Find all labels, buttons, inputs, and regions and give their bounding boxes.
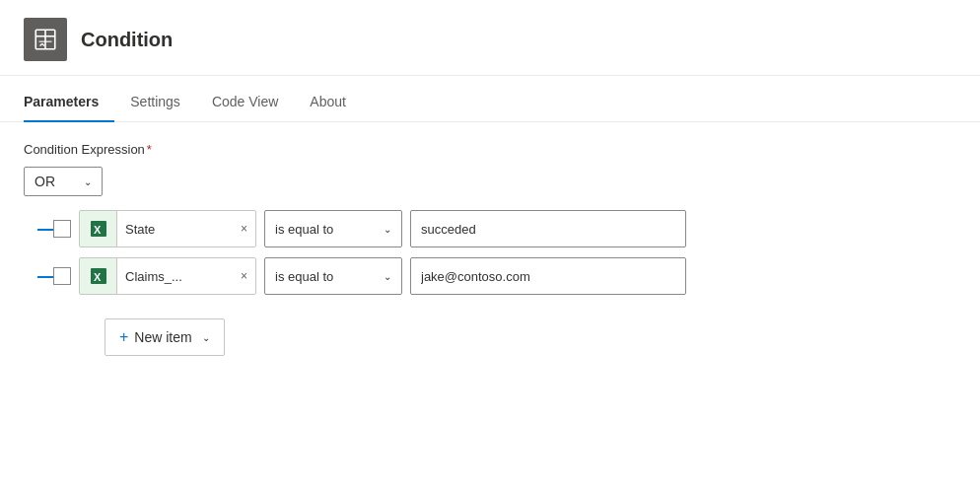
connector-h-line-1 <box>37 229 53 231</box>
svg-line-5 <box>42 43 44 45</box>
svg-text:X: X <box>94 224 102 236</box>
header: Condition <box>0 0 980 76</box>
row2-remove-icon[interactable]: × <box>233 269 255 283</box>
row2-operator-label: is equal to <box>275 269 333 284</box>
condition-row-1: X State × is equal to ⌄ <box>53 210 956 247</box>
row2-value-input[interactable] <box>410 257 686 295</box>
required-marker: * <box>147 142 152 157</box>
row2-token[interactable]: X Claims_... × <box>79 257 256 295</box>
row2-checkbox[interactable] <box>53 267 71 285</box>
plus-icon: + <box>119 328 128 346</box>
tab-about[interactable]: About <box>294 80 362 121</box>
new-item-area: + New item ⌄ <box>105 318 956 356</box>
row2-excel-icon: X <box>80 257 117 295</box>
tab-code-view[interactable]: Code View <box>196 80 294 121</box>
tab-parameters[interactable]: Parameters <box>24 80 114 121</box>
condition-icon <box>24 18 67 61</box>
row1-token-text: State <box>117 222 233 237</box>
row1-checkbox[interactable] <box>53 220 71 238</box>
tab-settings[interactable]: Settings <box>114 80 196 121</box>
row1-operator-dropdown[interactable]: is equal to ⌄ <box>264 210 402 247</box>
condition-rows: X State × is equal to ⌄ <box>53 210 956 356</box>
row2-operator-dropdown[interactable]: is equal to ⌄ <box>264 257 402 295</box>
new-item-button[interactable]: + New item ⌄ <box>105 318 225 356</box>
row1-value-input[interactable] <box>410 210 686 247</box>
row1-excel-icon: X <box>80 210 117 247</box>
row1-token[interactable]: X State × <box>79 210 256 247</box>
or-label: OR <box>35 174 55 189</box>
connector-h-line-2 <box>37 276 53 278</box>
tabs-nav: Parameters Settings Code View About <box>0 80 980 122</box>
page-title: Condition <box>81 29 173 51</box>
svg-text:X: X <box>94 271 102 283</box>
main-content: Condition Expression* OR ⌄ X <box>0 122 980 376</box>
condition-row-2: X Claims_... × is equal to ⌄ <box>53 257 956 295</box>
row1-operator-chevron-icon: ⌄ <box>384 224 391 235</box>
or-dropdown[interactable]: OR ⌄ <box>24 167 103 196</box>
or-chevron-icon: ⌄ <box>84 176 92 187</box>
row2-token-text: Claims_... <box>117 269 233 284</box>
new-item-chevron-icon: ⌄ <box>202 332 210 343</box>
row1-remove-icon[interactable]: × <box>233 222 255 236</box>
condition-expression-label: Condition Expression* <box>24 142 956 157</box>
row2-operator-chevron-icon: ⌄ <box>384 271 391 282</box>
row1-operator-label: is equal to <box>275 222 333 237</box>
new-item-label: New item <box>134 329 191 345</box>
